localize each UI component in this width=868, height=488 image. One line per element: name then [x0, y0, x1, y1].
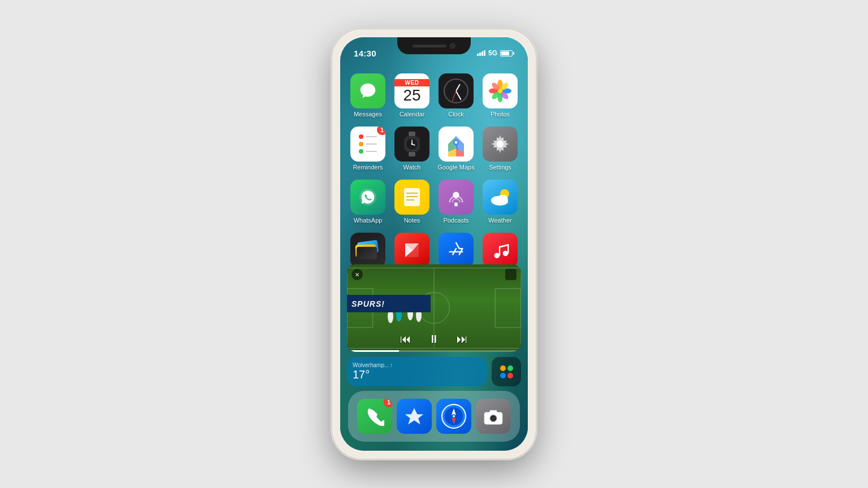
notes-icon	[394, 180, 429, 215]
app-photos[interactable]: Photos	[479, 70, 521, 121]
widget-weather-temp: 17°	[353, 368, 481, 381]
video-progress-fill	[347, 350, 399, 352]
front-camera	[450, 43, 455, 49]
app-settings[interactable]: Settings	[479, 123, 521, 174]
phone-device: 14:30 5G	[332, 29, 536, 459]
app-whatsapp[interactable]: WhatsApp	[347, 176, 389, 227]
svg-rect-38	[495, 289, 521, 328]
settings-icon	[483, 127, 518, 162]
svg-point-25	[453, 192, 459, 198]
notes-label: Notes	[404, 217, 420, 224]
status-indicators: 5G	[477, 49, 514, 57]
app-reminders[interactable]: 1 Reminders	[347, 123, 389, 174]
reminders-icon: 1	[350, 127, 385, 162]
video-close-button[interactable]: ✕	[351, 269, 363, 280]
svg-rect-10	[409, 152, 415, 156]
app-messages[interactable]: Messages	[347, 70, 389, 121]
appstore-icon	[439, 233, 474, 268]
svg-rect-21	[404, 188, 420, 206]
video-pause-button[interactable]: ⏸	[428, 333, 440, 346]
app-calendar[interactable]: WED 25 Calendar	[391, 70, 433, 121]
dock: 1	[348, 391, 520, 442]
video-pip-button[interactable]	[505, 269, 517, 280]
svg-rect-9	[409, 132, 415, 136]
app-podcasts[interactable]: Podcasts	[435, 176, 477, 227]
camera-icon	[476, 399, 511, 434]
dock-safari[interactable]	[436, 399, 471, 434]
svg-point-54	[492, 417, 494, 420]
clock-label: Clock	[448, 111, 464, 117]
maps-label: Google Maps	[437, 164, 474, 171]
spurs-text: SPURS!	[351, 299, 385, 308]
news-icon	[394, 233, 429, 268]
weather-widget[interactable]: Wolverhamp... ↑ 17°	[347, 357, 487, 386]
maps-icon	[439, 127, 474, 162]
phone-screen: 14:30 5G	[340, 37, 528, 451]
video-controls: ⏮ ⏸ ⏭	[347, 329, 521, 352]
widgets-bar: Wolverhamp... ↑ 17°	[347, 357, 521, 386]
svg-point-51	[453, 415, 455, 417]
podcasts-icon	[439, 180, 474, 215]
svg-point-30	[492, 198, 508, 206]
app-clock[interactable]: Clock	[435, 70, 477, 121]
video-progress-bar[interactable]	[347, 350, 521, 352]
status-time: 14:30	[354, 49, 376, 58]
weather-icon	[483, 180, 518, 215]
watch-label: Watch	[403, 164, 421, 171]
weather-label: Weather	[488, 217, 511, 224]
svg-point-31	[494, 253, 500, 259]
calendar-date: 25	[403, 88, 420, 103]
watch-icon	[394, 127, 429, 162]
app-weather[interactable]: Weather	[479, 176, 521, 227]
whatsapp-label: WhatsApp	[354, 217, 383, 224]
signal-icon	[477, 50, 485, 56]
dock-spark[interactable]	[397, 399, 432, 434]
video-player[interactable]: SPURS! ✕ ⏮ ⏸ ⏭	[347, 264, 521, 352]
video-buttons: ⏮ ⏸ ⏭	[347, 329, 521, 350]
app-watch[interactable]: Watch	[391, 123, 433, 174]
spark-icon	[397, 399, 432, 434]
widget-weather-location: Wolverhamp... ↑	[353, 362, 481, 368]
network-type: 5G	[488, 49, 497, 57]
app-notes[interactable]: Notes	[391, 176, 433, 227]
notch	[397, 37, 471, 54]
whatsapp-icon	[350, 180, 385, 215]
phone-icon: 1	[357, 399, 392, 434]
app-maps[interactable]: Google Maps	[435, 123, 477, 174]
battery-icon	[500, 50, 514, 56]
svg-point-32	[503, 251, 509, 256]
photos-label: Photos	[491, 111, 510, 117]
svg-point-15	[411, 143, 413, 145]
music-icon	[483, 233, 518, 268]
dock-phone[interactable]: 1	[357, 399, 392, 434]
speaker	[413, 45, 446, 47]
video-forward-button[interactable]: ⏭	[457, 333, 468, 346]
podcasts-label: Podcasts	[443, 217, 468, 224]
reminders-badge: 1	[377, 127, 385, 135]
photos-icon	[483, 73, 518, 108]
wallet-icon	[350, 233, 385, 268]
reminders-label: Reminders	[353, 164, 383, 171]
settings-label: Settings	[489, 164, 511, 171]
svg-rect-26	[454, 203, 458, 207]
spurs-banner: SPURS!	[347, 295, 431, 312]
clock-icon	[439, 73, 474, 108]
messages-label: Messages	[354, 111, 382, 117]
svg-point-18	[455, 141, 458, 144]
calendar-label: Calendar	[400, 111, 425, 117]
dock-camera[interactable]	[476, 399, 511, 434]
calendar-icon: WED 25	[394, 73, 429, 108]
svg-line-33	[500, 245, 508, 247]
messages-icon	[350, 73, 385, 108]
app-grid: Messages WED 25 Calendar	[340, 66, 528, 285]
phone-badge: 1	[384, 399, 392, 407]
safari-icon	[436, 399, 471, 434]
calendar-day: WED	[394, 79, 429, 86]
video-rewind-button[interactable]: ⏮	[400, 333, 411, 346]
widget-mini[interactable]	[492, 357, 521, 386]
